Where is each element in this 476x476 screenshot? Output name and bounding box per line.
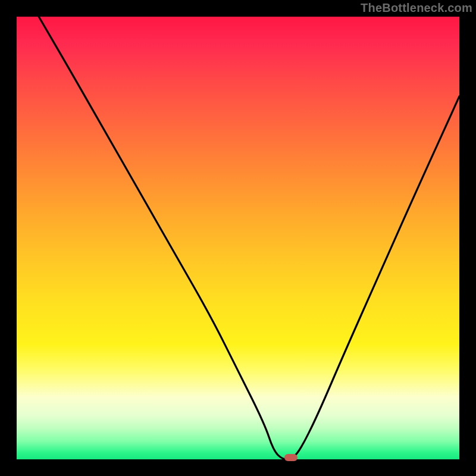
plot-area <box>17 17 459 459</box>
watermark-text: TheBottleneck.com <box>361 1 472 15</box>
bottleneck-curve-path <box>39 17 459 459</box>
curve-svg <box>17 17 459 459</box>
optimum-marker <box>284 454 298 461</box>
chart-frame: TheBottleneck.com <box>0 0 476 476</box>
